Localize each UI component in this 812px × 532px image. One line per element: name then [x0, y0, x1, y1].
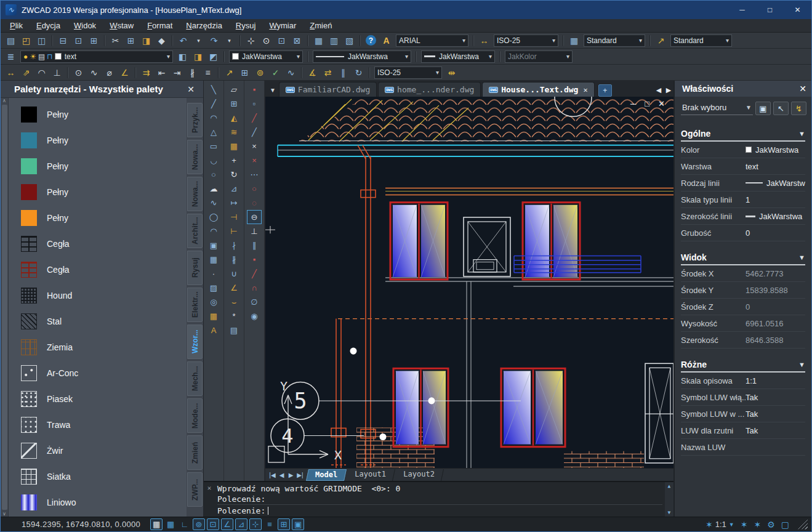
scroll-down-icon[interactable]: ∨: [2, 511, 6, 517]
dim-angular-icon[interactable]: ∠: [118, 66, 132, 79]
dim-baseline-icon[interactable]: ⇤: [155, 66, 169, 79]
palette-tab[interactable]: Mode...: [187, 398, 203, 433]
palette-item[interactable]: Pełny: [9, 127, 187, 153]
region-icon[interactable]: ◎: [206, 295, 221, 309]
dim-update-icon[interactable]: ↻: [352, 66, 366, 79]
dim-arc-length-icon[interactable]: ◠: [34, 66, 49, 79]
mdi-restore-icon[interactable]: □: [645, 99, 649, 108]
layer-previous-icon[interactable]: ◨: [191, 50, 205, 63]
layout-nav-icon[interactable]: ▶: [286, 472, 295, 478]
dim-edit-icon[interactable]: ∡: [305, 66, 320, 79]
palette-item[interactable]: Pełny: [9, 179, 187, 205]
tab-scroll-left-icon[interactable]: ◀: [654, 83, 664, 97]
break-at-point-icon[interactable]: ∤: [227, 238, 241, 252]
circle-icon[interactable]: ○: [206, 167, 221, 182]
redo-icon[interactable]: ↷: [207, 34, 221, 47]
dim-style-toolbar-combo[interactable]: ISO-25 ▾: [374, 66, 442, 79]
property-row[interactable]: LUW dla rzutni Tak: [681, 422, 805, 439]
property-row[interactable]: Szerokość 8646.3588: [681, 332, 805, 349]
palette-item[interactable]: Pełny: [9, 102, 187, 127]
layer-manager-icon[interactable]: ≣: [4, 50, 18, 63]
layer-combo[interactable]: ● ☀ ▤ ⊓ text ▾: [20, 50, 173, 63]
scale-icon[interactable]: ⊿: [227, 182, 241, 196]
mleader-style-combo[interactable]: Standard ▾: [670, 34, 732, 47]
mdi-close-icon[interactable]: ✕: [658, 99, 665, 108]
dim-radius-icon[interactable]: ⊙: [71, 66, 86, 79]
dim-tolerance-icon[interactable]: ⊞: [238, 66, 252, 79]
section-header-view[interactable]: Widok ▼: [681, 250, 805, 265]
snap-insert-icon[interactable]: ╱: [247, 267, 262, 281]
layout-nav-icon[interactable]: |◀: [268, 472, 277, 478]
palette-item[interactable]: Pełny: [9, 153, 187, 179]
dim-diameter-icon[interactable]: ⌀: [102, 66, 116, 79]
property-row[interactable]: Symbol LUW w ... Tak: [681, 406, 805, 422]
menu-item[interactable]: Plik: [3, 19, 30, 33]
layout-tab[interactable]: Model: [306, 469, 347, 481]
sheet-set-manager-icon[interactable]: ▧: [342, 34, 356, 47]
trim-icon[interactable]: ⊣: [227, 210, 241, 224]
property-row[interactable]: Szerokość linii JakWarstwa: [681, 208, 805, 225]
property-row[interactable]: Skala opisowa 1:1: [681, 373, 805, 389]
create-block-icon[interactable]: ▦: [206, 252, 221, 267]
snap-apparent-intersection-icon[interactable]: ×: [247, 153, 262, 167]
doc-tab-close-icon[interactable]: ✕: [583, 86, 587, 94]
scroll-down-icon[interactable]: ▼: [668, 510, 671, 515]
table-style-icon[interactable]: ▦: [567, 34, 581, 47]
arc-icon[interactable]: ◠: [206, 111, 221, 125]
construction-line-icon[interactable]: ╱: [206, 97, 221, 111]
dyn-toggle[interactable]: ⊹: [249, 518, 262, 530]
command-prompt[interactable]: Polecenie:: [217, 504, 662, 517]
annotation-visibility-icon[interactable]: ✶: [741, 520, 748, 530]
property-row[interactable]: Wysokość 6961.0516: [681, 315, 805, 332]
table-icon[interactable]: ▦: [206, 309, 221, 323]
close-button[interactable]: ✕: [784, 1, 811, 19]
multileader-icon[interactable]: ↗: [222, 66, 236, 79]
palette-tab[interactable]: Wzor...: [187, 324, 203, 359]
dim-center-mark-icon[interactable]: ⊚: [253, 66, 267, 79]
snap-point-filter-icon[interactable]: ╱: [247, 125, 262, 139]
scroll-up-icon[interactable]: ▲: [668, 483, 671, 489]
dim-text-edit-icon[interactable]: ⇄: [321, 66, 335, 79]
doc-tab-home[interactable]: DWG home_...nder.dwg: [378, 82, 481, 97]
polygon-icon[interactable]: △: [206, 125, 221, 139]
mtext-icon[interactable]: A: [206, 323, 221, 337]
palette-tab[interactable]: Elektr...: [187, 288, 203, 322]
menu-item[interactable]: Edycja: [30, 19, 67, 33]
offset-icon[interactable]: ≋: [227, 125, 241, 139]
copy-icon[interactable]: ⊞: [124, 34, 138, 47]
layout-tab[interactable]: Layout1: [346, 469, 395, 481]
property-row[interactable]: Środek X 5462.7773: [681, 265, 805, 282]
scrollbar-thumb[interactable]: [2, 105, 7, 510]
snap-settings-icon[interactable]: ◉: [247, 309, 262, 323]
property-row[interactable]: Symbol LUW włą... Tak: [681, 389, 805, 406]
menu-item[interactable]: Wymiar: [262, 19, 303, 33]
menu-item[interactable]: Wstaw: [103, 19, 140, 33]
array-icon[interactable]: ▦: [227, 139, 241, 153]
layout-tab[interactable]: Layout2: [395, 469, 444, 481]
layout-nav-icon[interactable]: ◀: [277, 472, 286, 478]
annotation-monitor-toggle[interactable]: ▣: [292, 518, 304, 530]
snap-extension-icon[interactable]: ⋯: [247, 167, 262, 182]
rotate-icon[interactable]: ↻: [227, 167, 241, 182]
menu-item[interactable]: Narzędzia: [179, 19, 229, 33]
menu-item[interactable]: Widok: [67, 19, 103, 33]
annotation-scale-control[interactable]: ✶ 1:1 ▼: [705, 520, 734, 530]
dim-style-manager-icon[interactable]: ⇹: [444, 66, 459, 79]
extend-icon[interactable]: ⊢: [227, 224, 241, 238]
open-folder-icon[interactable]: ◰: [19, 34, 33, 47]
palette-item[interactable]: Trawa: [9, 412, 187, 438]
doc-tab-familiarcad[interactable]: DWG FamiliarCAD.dwg: [279, 82, 377, 97]
explode-icon[interactable]: *: [227, 309, 241, 323]
drawing-canvas[interactable]: 5 4: [265, 97, 673, 468]
print-preview-icon[interactable]: ⊡: [71, 34, 86, 47]
help-icon[interactable]: ?: [366, 35, 376, 46]
settings-gear-icon[interactable]: ⚙: [767, 520, 775, 530]
osnap-toggle[interactable]: ⊡: [207, 518, 219, 530]
ellipse-icon[interactable]: ◯: [206, 210, 221, 224]
snap-quadrant-icon[interactable]: ◌: [247, 196, 262, 210]
stretch-icon[interactable]: ↦: [227, 196, 241, 210]
layer-isolate-icon[interactable]: ◩: [206, 50, 220, 63]
polar-toggle[interactable]: ⊚: [193, 518, 205, 530]
dim-linear-icon[interactable]: ↔: [4, 66, 18, 79]
palette-item[interactable]: Siatka: [9, 464, 187, 490]
